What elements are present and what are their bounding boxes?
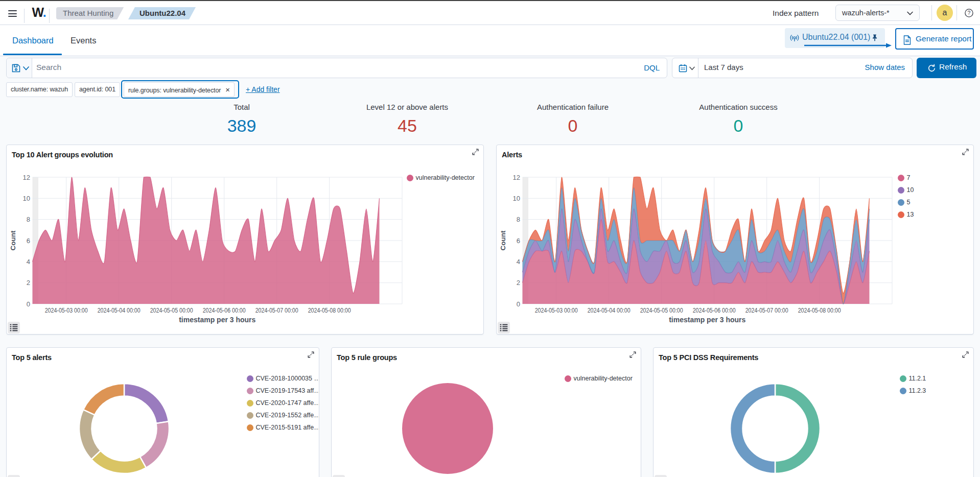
dql-button[interactable]: DQL	[644, 63, 660, 72]
svg-text:2024-05-04 00:00: 2024-05-04 00:00	[98, 306, 141, 314]
svg-text:timestamp per 3 hours: timestamp per 3 hours	[669, 316, 745, 324]
search-bar[interactable]: Search DQL	[6, 58, 667, 78]
stat-auth-success: Authentication success 0	[656, 100, 821, 138]
menu-icon[interactable]	[8, 10, 17, 17]
legend-toggle-icon[interactable]	[333, 475, 345, 477]
legend-item[interactable]: 10	[898, 184, 914, 196]
svg-text:Count: Count	[9, 230, 17, 250]
legend-label: CVE-2020-1747 affe…	[256, 399, 320, 407]
header-divider	[49, 9, 50, 23]
svg-text:6: 6	[27, 237, 30, 245]
filter-pill-agent[interactable]: agent.id: 001	[75, 82, 120, 97]
generate-report-button[interactable]: Generate report	[895, 28, 974, 50]
legend-label: CVE-2018-1000035 …	[256, 375, 320, 382]
legend-item[interactable]: 11.2.1	[900, 372, 926, 385]
svg-text:0: 0	[517, 300, 520, 308]
chevron-down-icon	[689, 66, 695, 70]
svg-text:12: 12	[23, 174, 30, 181]
svg-text:2024-05-08 00:00: 2024-05-08 00:00	[308, 306, 351, 314]
saved-query-menu-button[interactable]	[7, 58, 32, 78]
report-document-icon	[903, 35, 912, 45]
panel-top5-rule-groups: Top 5 rule groups vulnerability-detector	[331, 347, 641, 477]
legend-label: CVE-2019-17543 aff…	[256, 387, 320, 394]
svg-text:2024-05-08 00:00: 2024-05-08 00:00	[798, 306, 841, 314]
svg-text:2024-05-06 00:00: 2024-05-06 00:00	[203, 306, 246, 314]
legend-item[interactable]: CVE-2019-1552 affe…	[247, 409, 320, 421]
date-picker[interactable]: Last 7 days Show dates	[672, 58, 913, 78]
legend-label: CVE-2019-1552 affe…	[256, 412, 320, 419]
legend-dot	[565, 375, 571, 382]
tab-dashboard[interactable]: Dashboard	[12, 36, 54, 45]
help-glyph: ?	[968, 10, 971, 16]
filter-pill-rule-groups[interactable]: rule.groups: vulnerability-detector×	[124, 82, 235, 97]
stat-value: 45	[324, 116, 490, 136]
svg-text:2: 2	[517, 279, 520, 287]
alerts-chart[interactable]: 024681012Count2024-05-03 00:002024-05-04…	[497, 145, 974, 335]
breadcrumb-threat-hunting[interactable]: Threat Hunting	[56, 7, 124, 19]
breadcrumb-agent[interactable]: Ubuntu22.04	[128, 7, 196, 19]
svg-text:2024-05-05 00:00: 2024-05-05 00:00	[640, 306, 683, 314]
legend-toggle-icon[interactable]	[8, 322, 20, 333]
stat-value: 389	[159, 116, 324, 136]
filter-pill-cluster[interactable]: cluster.name: wazuh	[6, 82, 73, 97]
legend-toggle-icon[interactable]	[498, 322, 510, 333]
alert-groups-evolution-chart[interactable]: 024681012Count2024-05-03 00:002024-05-04…	[7, 145, 484, 335]
legend-dot	[247, 375, 253, 382]
svg-text:timestamp per 3 hours: timestamp per 3 hours	[179, 316, 255, 324]
stat-value: 0	[656, 116, 821, 136]
tab-events[interactable]: Events	[71, 36, 96, 45]
legend-item[interactable]: 13	[898, 208, 914, 221]
search-input[interactable]: Search	[36, 63, 61, 72]
date-quick-menu-button[interactable]	[672, 58, 698, 78]
top5-rule-groups-chart[interactable]: vulnerability-detector	[332, 348, 641, 477]
panel-top5-alerts: Top 5 alerts CVE-2018-1000035 …CVE-2019-…	[6, 347, 319, 477]
agent-info-pill[interactable]: Ubuntu22.04 (001)	[785, 28, 885, 48]
legend-item[interactable]: 5	[898, 196, 914, 208]
legend-item[interactable]: 7	[898, 172, 914, 184]
panel-top5-pci: Top 5 PCI DSS Requirements 11.2.111.2.3	[653, 347, 974, 477]
top5-alerts-chart[interactable]: CVE-2018-1000035 …CVE-2019-17543 aff…CVE…	[7, 348, 319, 477]
legend-dot	[247, 388, 253, 394]
stat-total: Total 389	[159, 100, 324, 138]
legend-dot	[247, 424, 253, 431]
legend-item[interactable]: 11.2.3	[900, 385, 926, 397]
show-dates-button[interactable]: Show dates	[865, 63, 905, 71]
stat-auth-failure: Authentication failure 0	[490, 100, 656, 138]
svg-text:4: 4	[517, 258, 520, 266]
legend-toggle-icon[interactable]	[655, 475, 667, 477]
legend-label: vulnerability-detector	[574, 375, 633, 382]
top5-pci-chart[interactable]: 11.2.111.2.3	[654, 348, 974, 477]
svg-text:2024-05-06 00:00: 2024-05-06 00:00	[693, 306, 736, 314]
legend-dot	[247, 412, 253, 419]
stats-row: Total 389 Level 12 or above alerts 45 Au…	[159, 100, 821, 138]
help-icon[interactable]: ?	[965, 9, 973, 17]
legend-item[interactable]: CVE-2020-1747 affe…	[247, 397, 320, 409]
avatar[interactable]: a	[937, 5, 953, 21]
legend-item[interactable]: vulnerability-detector	[407, 172, 475, 184]
legend-dot	[247, 400, 253, 407]
legend-item[interactable]: CVE-2018-1000035 …	[247, 372, 320, 385]
legend-dot	[898, 211, 904, 218]
wazuh-logo[interactable]: W.	[29, 5, 49, 20]
legend-label: 11.2.1	[909, 375, 926, 382]
legend-item[interactable]: CVE-2015-5191 affe…	[247, 421, 320, 434]
legend-label: 11.2.3	[909, 387, 926, 394]
svg-text:2024-05-03 00:00: 2024-05-03 00:00	[45, 306, 88, 314]
remove-filter-icon[interactable]: ×	[225, 83, 230, 97]
legend-dot	[900, 388, 906, 394]
active-tab-underline	[3, 54, 62, 55]
stat-label: Total	[159, 103, 324, 111]
add-filter-button[interactable]: + Add filter	[246, 85, 280, 93]
pin-icon[interactable]	[871, 34, 879, 42]
legend-item[interactable]: vulnerability-detector	[565, 372, 633, 385]
panel-alerts: Alerts 024681012Count2024-05-03 00:00202…	[496, 145, 974, 335]
svg-text:4: 4	[27, 258, 30, 266]
time-range-value[interactable]: Last 7 days	[704, 63, 743, 71]
index-pattern-select[interactable]: wazuh-alerts-*	[835, 5, 920, 21]
generate-report-label: Generate report	[916, 34, 971, 43]
legend-toggle-icon[interactable]	[8, 475, 20, 477]
refresh-button[interactable]: Refresh	[917, 58, 976, 78]
legend-item[interactable]: CVE-2019-17543 aff…	[247, 385, 320, 397]
svg-text:6: 6	[517, 237, 520, 245]
chevron-down-icon	[907, 11, 913, 15]
